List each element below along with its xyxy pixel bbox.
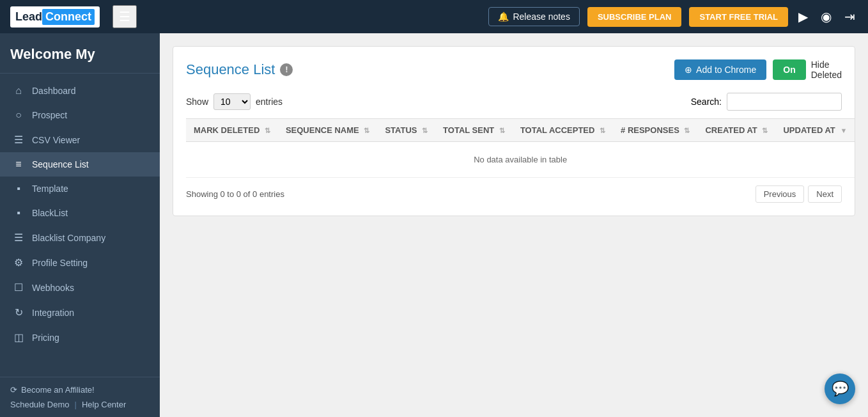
profile-icon: ⚙ [13,256,24,269]
logo-lead: Lead [15,10,42,24]
sidebar-item-profile-setting[interactable]: ⚙ Profile Setting [0,250,160,275]
data-table: MARK DELETED ⇅ SEQUENCE NAME ⇅ STATUS ⇅ [186,118,855,178]
sidebar-footer: ⟳ Become an Affiliate! Schedule Demo | H… [0,377,160,417]
sidebar-item-webhooks[interactable]: ☐ Webhooks [0,275,160,300]
showing-text: Showing 0 to 0 of 0 entries [186,189,284,199]
add-chrome-label: Add to Chrome [696,65,756,75]
sidebar-label-blacklist: BlackList [32,208,68,218]
sidebar-label-webhooks: Webhooks [32,283,74,293]
col-status-label: STATUS [385,125,417,135]
table-footer: Showing 0 to 0 of 0 entries Previous Nex… [186,185,842,203]
sidebar-label-pricing: Pricing [32,333,59,343]
sidebar-item-sequence-list[interactable]: ≡ Sequence List [0,152,160,177]
sequence-panel: Sequence List ! ⊕ Add to Chrome On HideD… [173,46,855,216]
next-button[interactable]: Next [808,185,842,203]
sort-icon-responses: ⇅ [684,127,690,134]
sidebar-item-prospect[interactable]: ○ Prospect [0,103,160,127]
sort-icon-status: ⇅ [422,127,428,134]
show-label: Show [186,97,208,107]
sidebar-label-dashboard: Dashboard [32,86,76,96]
footer-links: Schedule Demo | Help Center [10,400,150,409]
toggle-group: On HideDeleted [773,59,842,80]
col-mark-deleted[interactable]: MARK DELETED ⇅ [186,119,278,142]
footer-divider: | [75,400,77,409]
entries-label: entries [256,97,283,107]
sidebar-item-pricing[interactable]: ◫ Pricing [0,325,160,350]
col-mark-deleted-label: MARK DELETED [194,125,260,135]
col-created-at[interactable]: CREATED AT ⇅ [697,119,775,142]
blacklist-company-icon: ☰ [13,232,24,244]
col-updated-at-label: UPDATED AT [783,125,835,135]
affiliate-label: Become an Affiliate! [21,385,95,395]
sidebar-label-integration: Integration [32,308,74,318]
help-center-link[interactable]: Help Center [82,400,126,409]
sidebar-label-sequence-list: Sequence List [32,159,89,169]
sidebar-item-template[interactable]: ▪ Template [0,177,160,201]
chrome-icon[interactable]: ◉ [818,6,834,27]
table-header-row: MARK DELETED ⇅ SEQUENCE NAME ⇅ STATUS ⇅ [186,119,855,142]
search-input[interactable] [727,93,842,111]
schedule-demo-link[interactable]: Schedule Demo [10,400,70,409]
sequence-icon: ≡ [13,159,24,170]
hide-deleted-label: HideDeleted [811,59,842,80]
panel-actions: ⊕ Add to Chrome On HideDeleted [674,59,842,80]
prospect-icon: ○ [13,109,24,121]
toggle-on-button[interactable]: On [773,59,805,80]
blacklist-icon: ▪ [13,207,24,219]
sidebar-welcome: Welcome My [0,33,160,74]
affiliate-icon: ⟳ [10,385,17,395]
chat-icon: 💬 [832,381,849,397]
sidebar-item-csv-viewer[interactable]: ☰ CSV Viewer [0,127,160,152]
show-entries-group: Show 10 25 50 100 entries [186,93,283,110]
sort-icon-mark-deleted: ⇅ [265,127,270,134]
webhooks-icon: ☐ [13,281,24,294]
sidebar-item-blacklist-company[interactable]: ☰ Blacklist Company [0,225,160,250]
col-sequence-name[interactable]: SEQUENCE NAME ⇅ [278,119,377,142]
sidebar-label-template: Template [32,184,68,194]
sequence-list-title: Sequence List [186,61,275,78]
previous-button[interactable]: Previous [756,185,805,203]
logout-icon[interactable]: ⇥ [842,6,858,27]
sidebar: Welcome My ⌂ Dashboard ○ Prospect ☰ CSV … [0,33,160,417]
sort-icon-sequence-name: ⇅ [364,127,369,134]
sidebar-label-prospect: Prospect [32,110,67,120]
col-total-accepted-label: TOTAL ACCEPTED [520,125,595,135]
search-label: Search: [691,97,722,107]
table-controls: Show 10 25 50 100 entries Search: [186,93,842,111]
affiliate-link[interactable]: ⟳ Become an Affiliate! [10,385,150,395]
main-content: Sequence List ! ⊕ Add to Chrome On HideD… [160,33,868,417]
hamburger-menu-button[interactable]: ☰ [112,5,137,28]
main-layout: Welcome My ⌂ Dashboard ○ Prospect ☰ CSV … [0,33,868,417]
integration-icon: ↻ [13,306,24,319]
entries-select[interactable]: 10 25 50 100 [213,93,251,110]
no-data-row: No data available in table [186,142,855,178]
col-sequence-name-label: SEQUENCE NAME [286,125,359,135]
chrome-add-icon: ⊕ [685,65,692,75]
col-responses[interactable]: # RESPONSES ⇅ [613,119,697,142]
col-created-at-label: CREATED AT [705,125,757,135]
sort-icon-updated-at: ▼ [840,127,847,134]
col-total-sent[interactable]: TOTAL SENT ⇅ [435,119,513,142]
sidebar-label-profile-setting: Profile Setting [32,258,88,268]
panel-title: Sequence List ! [186,61,293,78]
no-data-cell: No data available in table [186,142,855,178]
chat-widget-button[interactable]: 💬 [825,374,855,404]
subscribe-plan-button[interactable]: SUBSCRIBE PLAN [587,7,682,27]
sidebar-item-blacklist[interactable]: ▪ BlackList [0,201,160,225]
add-to-chrome-button[interactable]: ⊕ Add to Chrome [674,59,766,80]
bell-icon: 🔔 [498,12,509,22]
sidebar-item-dashboard[interactable]: ⌂ Dashboard [0,79,160,103]
sidebar-nav: ⌂ Dashboard ○ Prospect ☰ CSV Viewer ≡ Se… [0,74,160,377]
pagination: Previous Next [756,185,842,203]
start-trial-button[interactable]: START FREE TRIAL [689,7,788,27]
col-total-sent-label: TOTAL SENT [443,125,494,135]
sidebar-item-integration[interactable]: ↻ Integration [0,300,160,325]
dashboard-icon: ⌂ [13,85,24,97]
col-total-accepted[interactable]: TOTAL ACCEPTED ⇅ [513,119,613,142]
sort-icon-total-sent: ⇅ [499,127,505,134]
pricing-icon: ◫ [13,331,24,343]
release-notes-button[interactable]: 🔔 Release notes [488,7,580,26]
col-status[interactable]: STATUS ⇅ [377,119,435,142]
video-icon[interactable]: ▶ [796,6,810,27]
col-updated-at[interactable]: UPDATED AT ▼ [775,119,855,142]
